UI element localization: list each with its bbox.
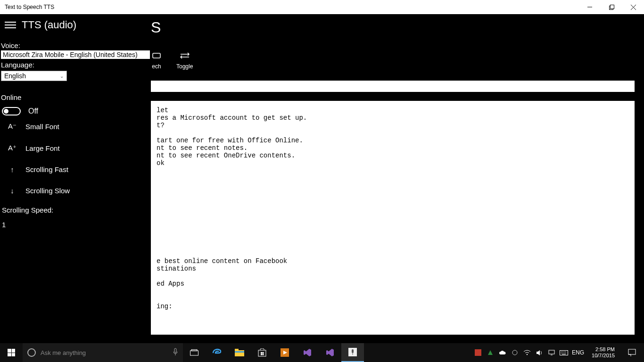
svg-rect-17 — [263, 352, 264, 354]
svg-rect-8 — [174, 348, 176, 353]
toggle-icon — [179, 50, 190, 61]
language-label: Language: — [1, 59, 151, 70]
online-toggle-row: Off — [1, 107, 151, 115]
svg-marker-30 — [488, 350, 493, 355]
svg-rect-13 — [235, 349, 239, 351]
svg-rect-2 — [610, 5, 614, 8]
hamburger-icon[interactable] — [5, 19, 16, 31]
tray-volume-icon[interactable] — [535, 348, 544, 357]
online-label: Online — [1, 91, 151, 102]
svg-rect-18 — [261, 354, 262, 355]
online-toggle[interactable] — [2, 107, 21, 115]
cortana-icon — [27, 348, 36, 357]
taskbar-app-store[interactable] — [251, 343, 273, 362]
taskbar-app-edge[interactable] — [206, 343, 228, 362]
speech-button[interactable]: ech — [151, 50, 162, 70]
sidebar-item-0[interactable]: A⁻Small Font — [1, 115, 151, 137]
microphone-icon[interactable] — [173, 348, 178, 358]
taskbar-app-media[interactable] — [273, 343, 296, 362]
tray-clock[interactable]: 2:58 PM 10/7/2015 — [588, 346, 619, 359]
scrolling-speed-label: Scrolling Speed: — [1, 206, 151, 214]
svg-rect-16 — [261, 352, 262, 354]
cortana-search[interactable]: Ask me anything — [23, 343, 183, 362]
sidebar-item-1[interactable]: A⁺Large Font — [1, 137, 151, 159]
chevron-down-icon: ⌄ — [60, 74, 64, 79]
taskbar: Ask me anything — [0, 343, 644, 362]
search-placeholder: Ask me anything — [41, 349, 86, 356]
language-select[interactable]: English ⌄ — [1, 71, 67, 81]
svg-rect-10 — [190, 351, 198, 355]
svg-rect-40 — [628, 349, 636, 354]
online-state: Off — [28, 107, 38, 115]
tray-date: 10/7/2015 — [592, 353, 615, 359]
speech-icon — [151, 50, 162, 61]
speech-label: ech — [152, 63, 161, 70]
tray-wifi-icon[interactable] — [523, 348, 531, 357]
sidebar-item-label: Small Font — [25, 123, 59, 131]
svg-point-32 — [527, 354, 528, 355]
taskbar-apps — [183, 343, 364, 362]
svg-rect-11 — [191, 350, 197, 351]
windows-logo-icon — [8, 349, 15, 356]
sidebar-item-icon: A⁺ — [8, 144, 17, 152]
tray-icon-1[interactable] — [474, 348, 482, 357]
tray-icon-7[interactable] — [547, 348, 556, 357]
sidebar-item-icon: A⁻ — [8, 122, 17, 131]
app-area: S ech Toggle letres a Microsoft account … — [0, 14, 644, 343]
svg-rect-29 — [475, 349, 481, 356]
toggle-label: Toggle — [176, 63, 193, 70]
svg-marker-33 — [537, 350, 540, 355]
sidebar-item-2[interactable]: ↑Scrolling Fast — [1, 159, 151, 180]
svg-rect-34 — [549, 350, 554, 354]
svg-rect-5 — [153, 53, 160, 58]
tray-icon-4[interactable] — [511, 348, 519, 357]
svg-point-31 — [512, 350, 517, 355]
minimize-button[interactable] — [579, 0, 601, 14]
language-value: English — [4, 72, 26, 80]
sidebar-item-label: Scrolling Fast — [25, 165, 68, 173]
start-button[interactable] — [0, 343, 23, 362]
tray-language[interactable]: ENG — [572, 348, 584, 357]
sidebar-panel: TTS (audio) Voice: Microsoft Zira Mobile… — [0, 14, 151, 343]
window-titlebar: Text to Speech TTS — [0, 0, 644, 14]
toggle-knob — [4, 109, 8, 114]
window-title: Text to Speech TTS — [5, 4, 579, 10]
system-tray: ENG 2:58 PM 10/7/2015 — [474, 343, 644, 362]
text-input[interactable] — [151, 81, 635, 92]
taskbar-app-visualstudio-2[interactable] — [319, 343, 341, 362]
svg-rect-19 — [263, 354, 264, 355]
svg-rect-27 — [352, 349, 354, 353]
taskbar-app-tts[interactable] — [341, 343, 364, 362]
taskbar-app-explorer[interactable] — [228, 343, 251, 362]
scrolling-speed-value: 1 — [1, 221, 151, 229]
sidebar-item-label: Large Font — [25, 144, 60, 152]
sidebar-title: TTS (audio) — [22, 19, 76, 31]
task-view-button[interactable] — [183, 343, 206, 362]
sidebar-item-label: Scrolling Slow — [25, 187, 70, 195]
maximize-button[interactable] — [601, 0, 622, 14]
tray-time: 2:58 PM — [592, 346, 615, 353]
sidebar-header: TTS (audio) — [0, 14, 151, 36]
svg-rect-12 — [235, 350, 244, 356]
action-center-button[interactable] — [622, 343, 641, 362]
svg-rect-14 — [235, 351, 244, 353]
sidebar-item-icon: ↑ — [8, 165, 17, 173]
sidebar-body: Voice: Microsoft Zira Mobile - English (… — [0, 36, 151, 229]
tray-keyboard-icon[interactable] — [560, 348, 568, 357]
sidebar-item-icon: ↓ — [8, 187, 17, 195]
sidebar-item-3[interactable]: ↓Scrolling Slow — [1, 180, 151, 201]
voice-select[interactable]: Microsoft Zira Mobile - English (United … — [1, 50, 150, 59]
tray-onedrive-icon[interactable] — [498, 348, 507, 357]
voice-label: Voice: — [1, 40, 151, 50]
toggle-button[interactable]: Toggle — [176, 50, 193, 70]
close-button[interactable] — [622, 0, 644, 14]
taskbar-app-visualstudio-1[interactable] — [296, 343, 319, 362]
window-controls — [579, 0, 644, 14]
tray-icon-2[interactable] — [486, 348, 495, 357]
